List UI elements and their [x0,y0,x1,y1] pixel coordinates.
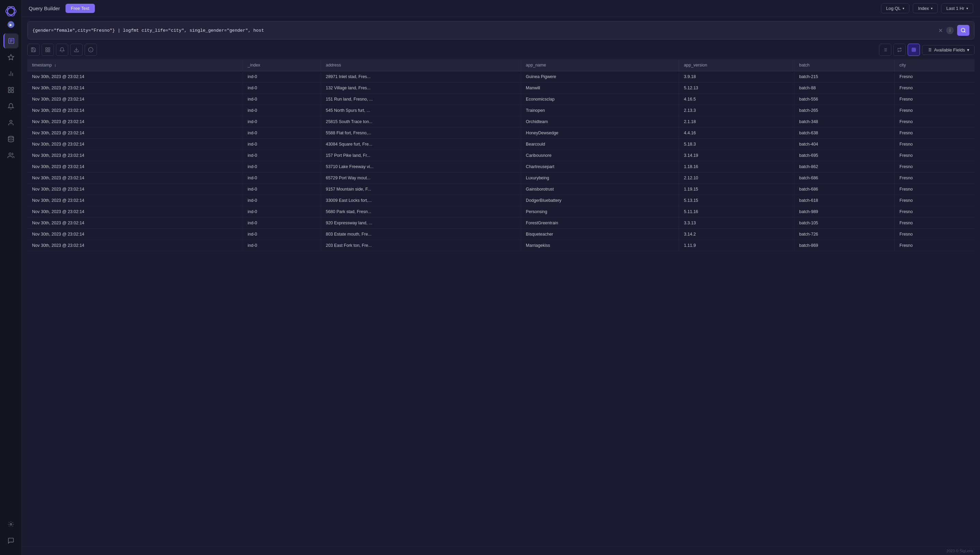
table-row[interactable]: Nov 30th, 2023 @ 23:02:14ind-05680 Park … [27,206,975,218]
sidebar-item-charts[interactable] [3,66,18,81]
sidebar-item-storage[interactable] [3,132,18,147]
logql-label: Log QL [886,6,901,11]
cell-app_name: Personsing [521,206,679,218]
sidebar-expand-button[interactable]: ▶ [8,21,14,28]
logql-chevron: ▾ [903,6,904,10]
cell-city: Fresno [895,229,975,240]
cell-app_version: 5.18.3 [679,139,794,150]
table-row[interactable]: Nov 30th, 2023 @ 23:02:14ind-0132 Villag… [27,82,975,94]
cell-timestamp: Nov 30th, 2023 @ 23:02:14 [27,184,243,195]
table-row[interactable]: Nov 30th, 2023 @ 23:02:14ind-053710 Lake… [27,161,975,173]
cell-_index: ind-0 [243,139,321,150]
svg-point-2 [5,5,16,18]
table-row[interactable]: Nov 30th, 2023 @ 23:02:14ind-0545 North … [27,105,975,116]
cell-app_version: 2.13.3 [679,105,794,116]
cell-address: 9157 Mountain side, F... [321,184,521,195]
cell-batch: batch-556 [794,94,894,105]
cell-address: 132 Village land, Fres... [321,82,521,94]
cell-city: Fresno [895,195,975,206]
cell-_index: ind-0 [243,161,321,173]
cell-timestamp: Nov 30th, 2023 @ 23:02:14 [27,161,243,173]
table-view-button[interactable] [908,43,920,56]
svg-rect-22 [46,50,47,52]
available-fields-button[interactable]: Available Fields ▾ [922,45,975,55]
sidebar-item-metrics[interactable] [3,50,18,65]
cell-address: 25815 South Trace ton... [321,116,521,127]
topbar: Query Builder Free Text Log QL ▾ Index ▾… [22,0,980,17]
sidebar-item-alerts[interactable] [3,99,18,114]
cell-app_version: 2.12.10 [679,173,794,184]
cell-city: Fresno [895,150,975,161]
cell-app_version: 4.4.16 [679,127,794,139]
col-header-city[interactable]: city [895,59,975,71]
logql-button[interactable]: Log QL ▾ [881,3,910,13]
query-input[interactable] [32,28,935,33]
svg-point-18 [10,524,11,525]
alerts-button[interactable] [56,43,68,56]
table-row[interactable]: Nov 30th, 2023 @ 23:02:14ind-043084 Squa… [27,139,975,150]
download-button[interactable] [70,43,82,56]
cell-batch: batch-618 [794,195,894,206]
search-button[interactable] [957,25,969,36]
table-row[interactable]: Nov 30th, 2023 @ 23:02:14ind-0803 Estate… [27,229,975,240]
col-header-address[interactable]: address [321,59,521,71]
cell-address: 920 Expressway land, ... [321,218,521,229]
table-row[interactable]: Nov 30th, 2023 @ 23:02:14ind-0920 Expres… [27,218,975,229]
table-row[interactable]: Nov 30th, 2023 @ 23:02:14ind-033009 East… [27,195,975,206]
cell-app_name: HoneyDewsedge [521,127,679,139]
sidebar-item-settings[interactable] [3,517,18,532]
svg-point-15 [10,120,12,123]
cell-app_version: 3.14.19 [679,150,794,161]
cell-city: Fresno [895,240,975,251]
cell-timestamp: Nov 30th, 2023 @ 23:02:14 [27,240,243,251]
wrap-view-button[interactable] [893,43,906,56]
clear-icon[interactable]: ✕ [938,27,943,34]
cell-address: 5680 Park stad, Fresn... [321,206,521,218]
sidebar-item-teams[interactable] [3,148,18,163]
index-chevron: ▾ [931,6,933,10]
col-header-batch[interactable]: batch [794,59,894,71]
table-row[interactable]: Nov 30th, 2023 @ 23:02:14ind-0157 Port P… [27,150,975,161]
sidebar: ▶ [0,0,22,555]
cell-app_version: 3.9.18 [679,71,794,82]
free-text-button[interactable]: Free Text [66,4,95,13]
table-row[interactable]: Nov 30th, 2023 @ 23:02:14ind-09157 Mount… [27,184,975,195]
cell-app_version: 4.16.5 [679,94,794,105]
table-row[interactable]: Nov 30th, 2023 @ 23:02:14ind-0203 East F… [27,240,975,251]
results-table-container[interactable]: timestamp ↕ _index address app_name app_… [27,59,975,547]
table-row[interactable]: Nov 30th, 2023 @ 23:02:14ind-028971 Inle… [27,71,975,82]
table-row[interactable]: Nov 30th, 2023 @ 23:02:14ind-0151 Run la… [27,94,975,105]
table-row[interactable]: Nov 30th, 2023 @ 23:02:14ind-025815 Sout… [27,116,975,127]
cell-app_name: Marriagekiss [521,240,679,251]
sidebar-item-dashboards[interactable] [3,82,18,98]
col-header-timestamp[interactable]: timestamp ↕ [27,59,243,71]
query-icons: ✕ ℹ [938,27,954,34]
cell-batch: batch-726 [794,229,894,240]
app-logo[interactable] [4,4,18,18]
index-button[interactable]: Index ▾ [913,3,938,13]
sidebar-item-users[interactable] [3,115,18,130]
sort-icon: ↕ [54,63,56,67]
info-button[interactable] [85,43,97,56]
col-header-app-name[interactable]: app_name [521,59,679,71]
time-range-button[interactable]: Last 1 Hr ▾ [941,3,973,13]
sidebar-item-chat[interactable] [3,533,18,548]
sidebar-item-logs[interactable] [3,34,18,48]
grid-view-button[interactable] [42,43,54,56]
time-chevron: ▾ [966,6,968,10]
cell-_index: ind-0 [243,229,321,240]
table-row[interactable]: Nov 30th, 2023 @ 23:02:14ind-05588 Flat … [27,127,975,139]
cell-app_version: 1.19.15 [679,184,794,195]
cell-timestamp: Nov 30th, 2023 @ 23:02:14 [27,139,243,150]
cell-timestamp: Nov 30th, 2023 @ 23:02:14 [27,195,243,206]
col-header-app-version[interactable]: app_version [679,59,794,71]
col-header-index[interactable]: _index [243,59,321,71]
save-button[interactable] [27,43,40,56]
svg-rect-23 [48,50,50,52]
table-header-row: timestamp ↕ _index address app_name app_… [27,59,975,71]
table-row[interactable]: Nov 30th, 2023 @ 23:02:14ind-065729 Port… [27,173,975,184]
list-view-button[interactable] [879,43,891,56]
cell-app_name: Trainopen [521,105,679,116]
cell-_index: ind-0 [243,105,321,116]
info-icon[interactable]: ℹ [946,27,954,34]
